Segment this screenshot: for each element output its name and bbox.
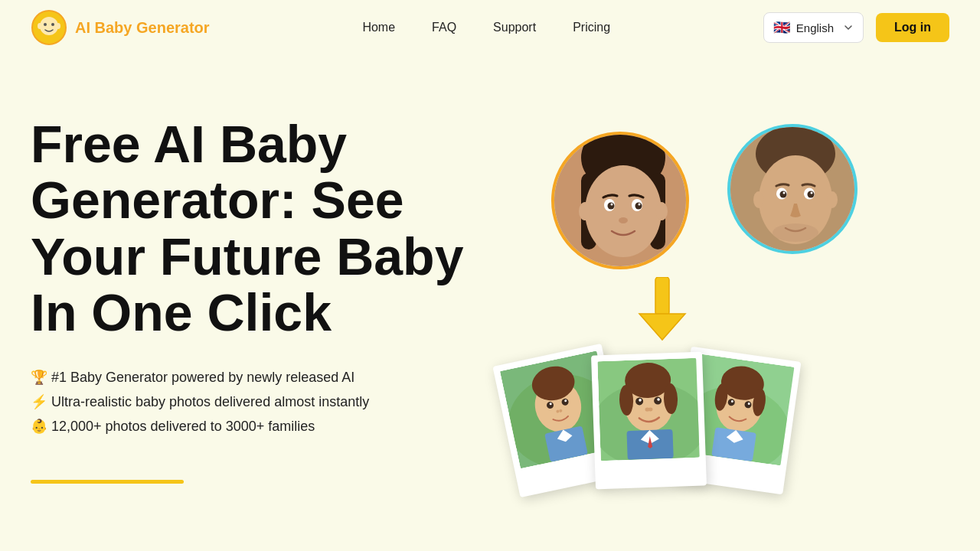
language-selector[interactable]: 🇬🇧 English [763,12,864,43]
language-label: English [796,21,834,34]
nav-support[interactable]: Support [493,21,536,34]
svg-point-28 [811,192,813,194]
svg-point-26 [808,191,815,198]
mom-face-svg [554,135,689,269]
logo-text: AI Baby Generator [75,19,210,37]
nav-home[interactable]: Home [362,21,395,34]
baby-polaroid-center [591,352,707,490]
mom-photo-circle [551,132,689,269]
down-arrow [635,277,689,350]
dad-photo-circle [727,124,858,254]
main-content: Free AI Baby Generator: See Your Future … [0,55,980,484]
left-content: Free AI Baby Generator: See Your Future … [31,101,490,484]
svg-point-10 [585,165,662,257]
svg-point-5 [56,23,60,29]
svg-point-15 [611,204,613,206]
feature-item-2: ⚡ Ultra-realistic baby photos delivered … [31,393,490,410]
svg-point-4 [38,23,42,29]
svg-point-25 [780,191,787,198]
svg-point-3 [51,23,54,26]
header: AI Baby Generator Home FAQ Support Prici… [0,0,980,55]
svg-point-29 [753,191,764,208]
login-button[interactable]: Log in [876,13,949,42]
flag-icon: 🇬🇧 [773,19,790,36]
svg-point-16 [639,204,641,206]
svg-point-19 [655,202,668,220]
svg-point-2 [44,23,47,26]
dad-face-svg [730,127,858,254]
logo-link[interactable]: AI Baby Generator [31,9,210,46]
right-visual [490,101,949,484]
chevron-down-icon [843,22,854,33]
svg-point-30 [827,191,838,208]
svg-point-27 [783,192,786,194]
svg-rect-32 [655,277,669,315]
baby-photo-bg-center [597,358,699,461]
bottom-accent-bar [31,480,184,484]
nav-faq[interactable]: FAQ [432,21,456,34]
feature-item-1: 🏆 #1 Baby Generator powered by newly rel… [31,369,490,386]
header-right: 🇬🇧 English Log in [763,12,949,43]
arrow-down-icon [635,277,689,342]
feature-item-3: 👶 12,000+ photos delivered to 3000+ fami… [31,418,490,435]
svg-marker-33 [639,314,685,340]
main-nav: Home FAQ Support Pricing [362,21,610,34]
svg-point-13 [608,203,615,210]
baby-photo-svg-center [597,358,699,461]
baby-photos-group [505,354,792,487]
svg-point-18 [579,202,591,220]
logo-icon [31,9,67,46]
nav-pricing[interactable]: Pricing [573,21,610,34]
svg-point-31 [773,223,818,242]
svg-point-1 [40,17,58,35]
features-list: 🏆 #1 Baby Generator powered by newly rel… [31,369,490,435]
svg-point-14 [635,203,642,210]
svg-point-17 [619,217,628,223]
hero-title: Free AI Baby Generator: See Your Future … [31,116,490,341]
